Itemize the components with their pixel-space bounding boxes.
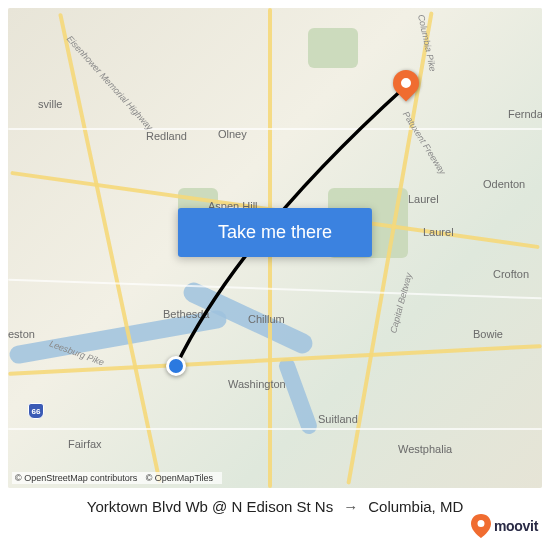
- city-label: Odenton: [483, 178, 525, 190]
- route-summary: Yorktown Blvd Wb @ N Edison St Ns → Colu…: [8, 488, 542, 515]
- take-me-there-button[interactable]: Take me there: [178, 208, 372, 257]
- city-label: Westphalia: [398, 443, 452, 455]
- city-label: Crofton: [493, 268, 529, 280]
- destination-pin-icon: [388, 65, 425, 102]
- attribution-openmaptiles[interactable]: © OpenMapTiles: [146, 473, 213, 483]
- local-road: [8, 428, 542, 430]
- city-label: Ferndale: [508, 108, 542, 120]
- park-area: [308, 28, 358, 68]
- city-label: Laurel: [423, 226, 454, 238]
- moovit-logo-text: moovit: [494, 518, 538, 534]
- city-label: Bethesda: [163, 308, 209, 320]
- map-attribution: © OpenStreetMap contributors © OpenMapTi…: [12, 472, 222, 484]
- city-label: Olney: [218, 128, 247, 140]
- city-label: Washington: [228, 378, 286, 390]
- moovit-logo-icon: [471, 514, 491, 538]
- city-label: Fairfax: [68, 438, 102, 450]
- interstate-shield: 66: [28, 403, 44, 419]
- city-label: Suitland: [318, 413, 358, 425]
- origin-dot-icon: [166, 356, 186, 376]
- city-label: Bowie: [473, 328, 503, 340]
- arrow-right-icon: →: [343, 498, 358, 515]
- app-frame: RedlandOlneyAspen HillLaurelLaurelOdento…: [0, 0, 550, 550]
- local-road: [8, 128, 542, 130]
- moovit-logo[interactable]: moovit: [471, 514, 538, 538]
- map-container[interactable]: RedlandOlneyAspen HillLaurelLaurelOdento…: [8, 8, 542, 488]
- city-label: Redland: [146, 130, 187, 142]
- attribution-osm[interactable]: © OpenStreetMap contributors: [15, 473, 137, 483]
- destination-marker[interactable]: [393, 70, 419, 96]
- city-label: Laurel: [408, 193, 439, 205]
- city-label: Chillum: [248, 313, 285, 325]
- origin-marker[interactable]: [166, 356, 186, 376]
- city-label: eston: [8, 328, 35, 340]
- destination-label: Columbia, MD: [368, 498, 463, 515]
- city-label: sville: [38, 98, 62, 110]
- origin-label: Yorktown Blvd Wb @ N Edison St Ns: [87, 498, 333, 515]
